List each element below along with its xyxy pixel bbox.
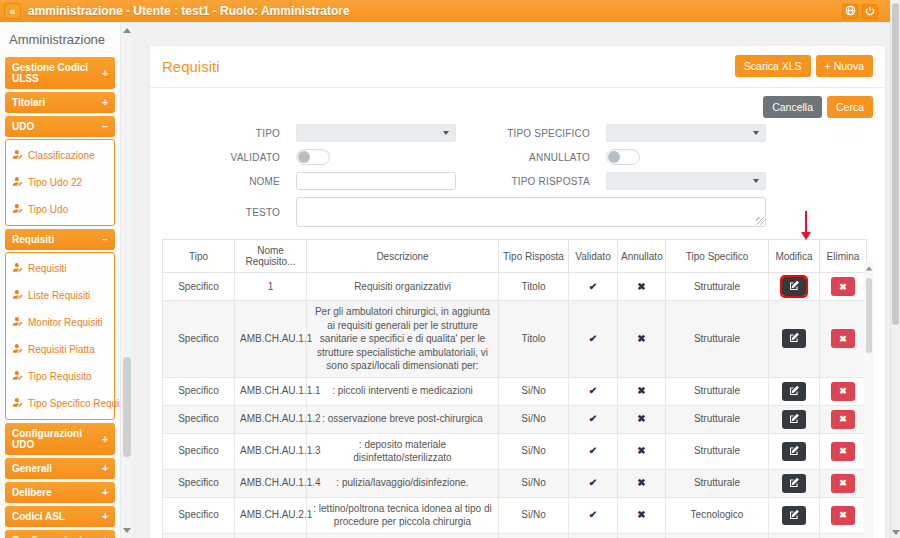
cell-elimina: ✖ xyxy=(820,469,867,497)
edit-button[interactable] xyxy=(782,474,806,493)
delete-x-icon: ✖ xyxy=(839,282,847,292)
scroll-down-icon[interactable] xyxy=(892,530,900,535)
user-icon xyxy=(12,176,23,189)
sidebar-subitem-monitor-requisiti[interactable]: Monitor Requisiti xyxy=(6,309,114,336)
edit-button[interactable] xyxy=(782,382,806,401)
sidebar-subitem-label: Requisiti Piatta xyxy=(28,344,95,355)
cell-annullato: ✖ xyxy=(618,301,666,378)
clear-button[interactable]: Cancella xyxy=(763,96,822,118)
cell-tipo-specifico: Tecnologico xyxy=(666,533,769,538)
cell-tipo-risposta: Si/No xyxy=(499,497,569,533)
delete-button[interactable]: ✖ xyxy=(831,474,855,493)
delete-button[interactable]: ✖ xyxy=(831,329,855,348)
resize-grip-icon[interactable] xyxy=(756,217,764,225)
scroll-down-icon[interactable] xyxy=(123,528,131,533)
cell-nome-requisito: AMB.CH.AU.1.1.4 xyxy=(235,469,307,497)
sidebar-subitem-tipo-requisito[interactable]: Tipo Requisito xyxy=(6,363,114,390)
cell-nome-requisito: AMB.CH.AU.1.1.2 xyxy=(235,405,307,433)
edit-button[interactable] xyxy=(782,506,806,525)
table-scrollbar-thumb[interactable] xyxy=(866,278,872,353)
edit-button[interactable] xyxy=(782,442,806,461)
sidebar-item-requisiti[interactable]: Requisiti− xyxy=(5,229,115,250)
delete-button[interactable]: ✖ xyxy=(831,506,855,525)
delete-button[interactable]: ✖ xyxy=(831,410,855,429)
check-icon: ✔ xyxy=(589,413,597,424)
table-row: SpecificoAMB.CH.AU.1.1Per gli ambulatori… xyxy=(163,301,867,378)
sidebar-item-udo[interactable]: UDO− xyxy=(5,116,115,137)
download-xls-button[interactable]: Scarica XLS xyxy=(735,55,811,77)
delete-button[interactable]: ✖ xyxy=(831,382,855,401)
sidebar-subitem-liste-requisiti[interactable]: Liste Requisiti xyxy=(6,282,114,309)
tipo-risposta-select[interactable] xyxy=(606,172,766,190)
cell-tipo: Specifico xyxy=(163,301,235,378)
scroll-up-icon[interactable] xyxy=(123,28,131,33)
cell-tipo-risposta: Titolo xyxy=(499,273,569,301)
sidebar-collapse-button[interactable]: « xyxy=(4,3,21,19)
edit-button[interactable] xyxy=(782,329,806,348)
cell-modifica xyxy=(769,433,820,469)
sidebar-item-codici-asl[interactable]: Codici ASL+ xyxy=(5,506,115,527)
page-scrollbar-thumb[interactable] xyxy=(892,3,899,325)
cell-descrizione: : lettino/poltrona tecnica idonea al tip… xyxy=(307,497,499,533)
sidebar-subitem-requisiti[interactable]: Requisiti xyxy=(6,255,114,282)
sidebar-subitem-requisiti-piatta[interactable]: Requisiti Piatta xyxy=(6,336,114,363)
testo-textarea[interactable] xyxy=(296,197,766,227)
page-title: Requisiti xyxy=(162,58,220,75)
scroll-up-icon[interactable] xyxy=(866,267,872,271)
cell-elimina: ✖ xyxy=(820,273,867,301)
sidebar-scrollbar-thumb[interactable] xyxy=(123,357,131,457)
page-scrollbar[interactable] xyxy=(890,0,900,538)
edit-pencil-icon xyxy=(789,476,800,491)
cell-validato: ✔ xyxy=(569,301,618,378)
table-scrollbar[interactable] xyxy=(864,262,873,538)
sidebar-item-generali[interactable]: Generali+ xyxy=(5,458,115,479)
collapse-minus-icon: − xyxy=(102,121,108,132)
sidebar: AmministrazioneGestione Codici ULSS+Tito… xyxy=(0,22,120,538)
sidebar-item-configurazioni[interactable]: Configurazioni+ xyxy=(5,530,115,538)
check-icon: ✔ xyxy=(589,509,597,520)
cell-annullato: ✖ xyxy=(618,533,666,538)
sidebar-item-delibere[interactable]: Delibere+ xyxy=(5,482,115,503)
edit-button[interactable] xyxy=(782,410,806,429)
cell-descrizione: Requisiti organizzativi xyxy=(307,273,499,301)
sidebar-item-titolari[interactable]: Titolari+ xyxy=(5,92,115,113)
annullato-toggle[interactable] xyxy=(606,149,640,165)
edit-button[interactable] xyxy=(782,277,806,296)
sidebar-subitem-classificazione[interactable]: Classificazione xyxy=(6,142,114,169)
logout-power-button[interactable] xyxy=(862,4,878,19)
cell-annullato: ✖ xyxy=(618,377,666,405)
tipo-select[interactable] xyxy=(296,124,456,142)
table-body: Specifico1Requisiti organizzativiTitolo✔… xyxy=(163,273,867,538)
sidebar-item-configurazioni-udo[interactable]: Configurazioni UDO+ xyxy=(5,423,115,455)
sidebar-subitem-tipo-specifico-requisito[interactable]: Tipo Specifico Requisito xyxy=(6,390,114,417)
cell-nome-requisito: AMB.CH.AU.2.2 xyxy=(235,533,307,538)
cell-tipo-specifico: Strutturale xyxy=(666,273,769,301)
panel-header: Requisiti Scarica XLS + Nuova xyxy=(150,46,885,88)
tipo-specifico-select[interactable] xyxy=(606,124,766,142)
edit-pencil-icon xyxy=(789,444,800,459)
column-header: Tipo xyxy=(163,240,235,273)
language-globe-button[interactable] xyxy=(842,4,858,19)
new-button[interactable]: + Nuova xyxy=(816,55,873,77)
cross-icon: ✖ xyxy=(637,445,645,456)
validato-label: VALIDATO xyxy=(162,152,280,163)
delete-button[interactable]: ✖ xyxy=(831,277,855,296)
requisiti-table-container: TipoNome Requisito...DescrizioneTipo Ris… xyxy=(162,239,873,538)
sidebar-item-label: Requisiti xyxy=(12,234,54,245)
cell-nome-requisito: AMB.CH.AU.2.1 xyxy=(235,497,307,533)
nome-input[interactable] xyxy=(296,172,456,190)
edit-pencil-icon xyxy=(789,279,800,294)
sidebar-subitem-tipo-udo[interactable]: Tipo Udo xyxy=(6,196,114,223)
testo-label: TESTO xyxy=(162,207,280,218)
validato-toggle[interactable] xyxy=(296,149,330,165)
cell-descrizione: : piccoli interventi e medicazioni xyxy=(307,377,499,405)
search-button[interactable]: Cerca xyxy=(827,96,873,118)
expand-plus-icon: + xyxy=(102,68,108,79)
main-content: Requisiti Scarica XLS + Nuova Cancella C… xyxy=(133,22,890,538)
app-main: « amministrazione - Utente : test1 - Ruo… xyxy=(0,0,890,538)
sidebar-scrollbar[interactable] xyxy=(120,22,133,538)
delete-button[interactable]: ✖ xyxy=(831,442,855,461)
cell-tipo-risposta: Si/No xyxy=(499,469,569,497)
sidebar-item-gestione-codici-ulss[interactable]: Gestione Codici ULSS+ xyxy=(5,57,115,89)
sidebar-subitem-tipo-udo-22[interactable]: Tipo Udo 22 xyxy=(6,169,114,196)
